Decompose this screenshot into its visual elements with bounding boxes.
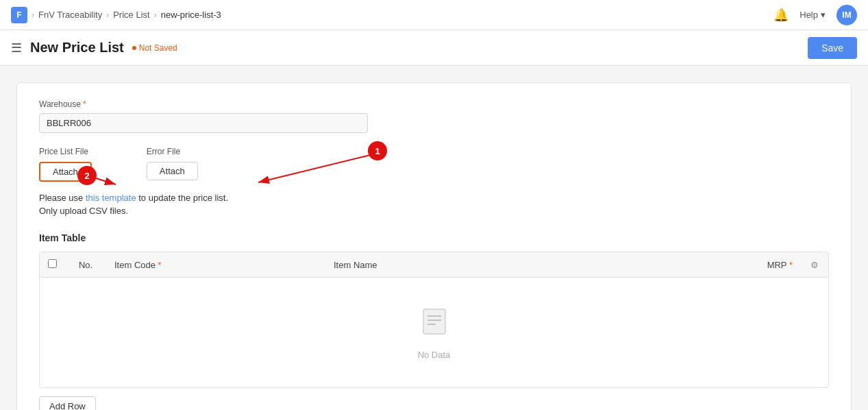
col-check-header: [40, 252, 65, 278]
error-file-section: Error File Attach: [147, 147, 198, 182]
empty-state: No Data: [40, 278, 828, 387]
warehouse-input[interactable]: [39, 113, 368, 133]
help-label: Help: [799, 10, 818, 20]
price-list-attach-button[interactable]: Attach: [39, 162, 92, 182]
topbar: F › FnV Traceability › Price List › new-…: [0, 0, 868, 30]
error-file-label: Error File: [147, 147, 198, 156]
hamburger-icon[interactable]: ☰: [11, 40, 22, 56]
save-button[interactable]: Save: [808, 37, 857, 59]
svg-rect-4: [423, 309, 445, 334]
file-row: Price List File Attach Error File Attach: [39, 147, 829, 182]
col-item-code-header: Item Code *: [106, 252, 325, 278]
warehouse-field: Warehouse *: [39, 99, 829, 133]
empty-state-cell: No Data: [40, 278, 828, 388]
breadcrumb-current: new-price-list-3: [161, 10, 221, 20]
breadcrumb-price-list[interactable]: Price List: [113, 10, 149, 20]
file-upload-section: 2 1: [39, 147, 829, 182]
breadcrumb-sep-1: ›: [32, 10, 34, 20]
avatar[interactable]: IM: [836, 5, 857, 25]
help-button[interactable]: Help ▾: [799, 10, 826, 20]
not-saved-dot: [132, 46, 136, 50]
empty-state-row: No Data: [40, 278, 828, 388]
breadcrumb-nav: F › FnV Traceability › Price List › new-…: [11, 7, 221, 23]
form-card: Warehouse * 2 1: [16, 82, 852, 410]
item-table-wrapper: No. Item Code * Item Name MRP * ⚙: [39, 252, 829, 388]
breadcrumb-sep-3: ›: [154, 10, 157, 20]
item-table-label: Item Table: [39, 232, 829, 243]
col-mrp-header: MRP *: [558, 252, 801, 278]
topbar-right: 🔔 Help ▾ IM: [773, 5, 857, 25]
template-link[interactable]: this template: [86, 193, 136, 203]
col-no-header: No.: [65, 252, 106, 278]
not-saved-label: Not Saved: [139, 43, 177, 53]
price-list-file-section: Price List File Attach: [39, 147, 92, 182]
app-icon[interactable]: F: [11, 7, 27, 23]
warehouse-label: Warehouse *: [39, 99, 829, 109]
empty-text: No Data: [40, 350, 828, 360]
page-title: New Price List: [30, 40, 124, 56]
settings-icon[interactable]: ⚙: [810, 260, 819, 270]
main-content: Warehouse * 2 1: [0, 66, 868, 410]
bell-icon[interactable]: 🔔: [773, 8, 789, 23]
price-list-file-label: Price List File: [39, 147, 92, 156]
csv-hint: Only upload CSV files.: [39, 206, 829, 216]
page-header: ☰ New Price List Not Saved Save: [0, 30, 868, 66]
col-settings-header: ⚙: [801, 252, 828, 278]
col-item-name-header: Item Name: [325, 252, 558, 278]
item-table-body: No Data: [40, 278, 828, 388]
item-table-header-row: No. Item Code * Item Name MRP * ⚙: [40, 252, 828, 278]
chevron-down-icon: ▾: [821, 10, 826, 20]
empty-icon: [40, 305, 828, 344]
item-table-header: No. Item Code * Item Name MRP * ⚙: [40, 252, 828, 278]
add-row-button[interactable]: Add Row: [39, 396, 96, 410]
item-table: No. Item Code * Item Name MRP * ⚙: [40, 252, 828, 387]
warehouse-required: *: [83, 99, 86, 109]
page-header-left: ☰ New Price List Not Saved: [11, 40, 177, 56]
template-hint: Please use this template to update the p…: [39, 193, 829, 203]
not-saved-badge: Not Saved: [132, 43, 177, 53]
error-file-attach-button[interactable]: Attach: [147, 162, 198, 180]
breadcrumb-sep-2: ›: [106, 10, 109, 20]
breadcrumb-fnv[interactable]: FnV Traceability: [38, 10, 102, 20]
select-all-checkbox[interactable]: [48, 259, 57, 268]
